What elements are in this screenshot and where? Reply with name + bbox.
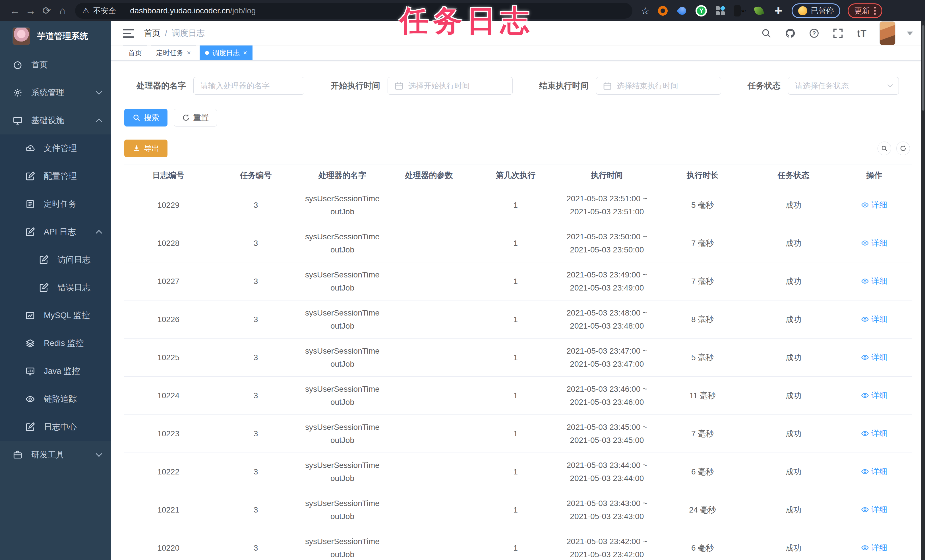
sidebar-item-label: 配置管理 <box>44 170 101 182</box>
window-scrollbar[interactable] <box>921 21 925 560</box>
sidebar-item-3[interactable]: 文件管理 <box>0 134 111 162</box>
cell-exec-time: 2021-05-03 23:49:00 ~2021-05-03 23:49:00 <box>559 268 655 294</box>
table-row: 10223 3 sysUserSessionTimeoutJob 1 2021-… <box>124 415 911 453</box>
begin-time-label: 开始执行时间 <box>331 80 380 92</box>
sidebar-item-label: Redis 监控 <box>44 338 101 349</box>
detail-link[interactable]: 详细 <box>861 314 887 325</box>
breadcrumb-current: 调度日志 <box>172 27 205 39</box>
browser-forward-icon[interactable]: → <box>23 3 39 19</box>
tag-label: 首页 <box>128 48 142 57</box>
cell-exec-index: 1 <box>472 429 559 438</box>
extension-drop-icon[interactable] <box>676 5 688 17</box>
table-row: 10221 3 sysUserSessionTimeoutJob 1 2021-… <box>124 491 911 529</box>
table-row: 10226 3 sysUserSessionTimeoutJob 1 2021-… <box>124 301 911 339</box>
extension-y-icon[interactable]: Y <box>696 5 707 17</box>
tag-close-icon[interactable]: × <box>243 50 247 56</box>
toolbar-row: 导出 <box>111 140 925 157</box>
extensions-puzzle-icon[interactable]: ✚ <box>772 5 784 17</box>
detail-link[interactable]: 详细 <box>861 352 887 363</box>
calendar-icon <box>395 81 404 90</box>
sidebar-item-10[interactable]: Redis 监控 <box>0 330 111 357</box>
detail-link[interactable]: 详细 <box>861 428 887 439</box>
detail-link[interactable]: 详细 <box>861 390 887 401</box>
job-status-select[interactable] <box>788 77 899 95</box>
sidebar-item-2[interactable]: 基础设施 <box>0 107 111 134</box>
cell-exec-time: 2021-05-03 23:50:00 ~2021-05-03 23:50:00 <box>559 230 655 256</box>
cell-log-id: 10220 <box>124 543 212 552</box>
extension-leaf-icon[interactable] <box>753 5 765 17</box>
sidebar-item-8[interactable]: 错误日志 <box>0 274 111 302</box>
extension-switch-icon[interactable]: on <box>734 5 746 17</box>
detail-link[interactable]: 详细 <box>861 238 887 248</box>
browser-back-icon[interactable]: ← <box>7 3 23 19</box>
layers-icon <box>25 338 35 349</box>
cell-log-id: 10223 <box>124 429 212 438</box>
paused-badge[interactable]: 已暂停 <box>792 3 840 18</box>
detail-link[interactable]: 详细 <box>861 466 887 477</box>
cell-status: 成功 <box>750 200 837 211</box>
begin-time-input[interactable] <box>387 77 513 95</box>
end-time-input[interactable] <box>596 77 721 95</box>
tag-scheduled-jobs[interactable]: 定时任务 × <box>151 45 196 60</box>
extension-on-badge: on <box>741 8 746 14</box>
address-bar[interactable]: ⚠ 不安全 dashboard.yudao.iocoder.cn/job/log <box>75 3 633 19</box>
browser-menu-icon[interactable] <box>874 7 876 15</box>
sidebar-item-label: 链路追踪 <box>44 393 101 405</box>
sidebar-item-0[interactable]: 首页 <box>0 51 111 79</box>
tag-home[interactable]: 首页 <box>123 45 147 60</box>
breadcrumb-home[interactable]: 首页 <box>144 27 160 39</box>
detail-link[interactable]: 详细 <box>861 504 887 515</box>
handler-name-label: 处理器的名字 <box>137 80 186 92</box>
col-exec-index: 第几次执行 <box>472 170 559 181</box>
cell-exec-index: 1 <box>472 239 559 248</box>
sidebar-item-12[interactable]: 链路追踪 <box>0 385 111 413</box>
sidebar-item-4[interactable]: 配置管理 <box>0 162 111 190</box>
detail-link[interactable]: 详细 <box>861 276 887 286</box>
cell-status: 成功 <box>750 276 837 287</box>
app-logo-row[interactable]: 芋道管理系统 <box>0 21 111 51</box>
user-avatar[interactable] <box>880 21 895 45</box>
refresh-table-icon[interactable] <box>896 142 910 155</box>
sidebar-item-1[interactable]: 系统管理 <box>0 79 111 107</box>
fullscreen-icon[interactable] <box>832 27 844 39</box>
help-icon[interactable]: ? <box>808 27 820 39</box>
sidebar-item-5[interactable]: 定时任务 <box>0 190 111 218</box>
edit-icon <box>25 422 35 432</box>
cell-job-id: 3 <box>212 543 299 552</box>
sidebar-item-label: 系统管理 <box>31 87 88 98</box>
export-button[interactable]: 导出 <box>124 140 167 157</box>
github-icon[interactable] <box>784 27 797 39</box>
cell-duration: 11 毫秒 <box>655 390 750 401</box>
sidebar-item-6[interactable]: API 日志 <box>0 218 111 246</box>
extension-ublock-icon[interactable] <box>657 5 669 17</box>
avatar-caret-icon[interactable] <box>907 32 913 35</box>
sidebar-item-14[interactable]: 研发工具 <box>0 441 111 469</box>
browser-home-icon[interactable]: ⌂ <box>54 3 71 19</box>
detail-link[interactable]: 详细 <box>861 200 887 210</box>
sidebar-item-11[interactable]: Java 监控 <box>0 357 111 385</box>
font-size-icon[interactable]: tT <box>856 27 868 39</box>
col-duration: 执行时长 <box>655 170 750 181</box>
sidebar-item-9[interactable]: MySQL 监控 <box>0 302 111 330</box>
sidebar-item-13[interactable]: 日志中心 <box>0 413 111 441</box>
not-secure-label: 不安全 <box>93 6 116 16</box>
update-button[interactable]: 更新 <box>848 3 882 18</box>
search-icon[interactable] <box>760 27 773 39</box>
cell-duration: 8 毫秒 <box>655 314 750 325</box>
tag-job-log[interactable]: 调度日志 × <box>200 45 253 60</box>
search-button[interactable]: 搜索 <box>124 109 167 126</box>
tag-close-icon[interactable]: × <box>187 50 191 56</box>
gear-icon <box>12 87 23 98</box>
scrollbar-thumb[interactable] <box>922 25 924 111</box>
reset-button[interactable]: 重置 <box>174 109 217 126</box>
toggle-search-icon[interactable] <box>878 142 891 155</box>
extension-grid-icon[interactable] <box>714 5 726 17</box>
hamburger-icon[interactable] <box>123 29 134 38</box>
handler-name-input[interactable] <box>193 77 304 95</box>
table-header-row: 日志编号 任务编号 处理器的名字 处理器的参数 第几次执行 执行时间 执行时长 … <box>124 165 911 186</box>
browser-reload-icon[interactable]: ⟳ <box>39 3 54 19</box>
bookmark-star-icon[interactable]: ☆ <box>641 5 649 17</box>
sidebar-item-7[interactable]: 访问日志 <box>0 246 111 274</box>
detail-link[interactable]: 详细 <box>861 542 887 553</box>
cell-duration: 5 毫秒 <box>655 352 750 363</box>
